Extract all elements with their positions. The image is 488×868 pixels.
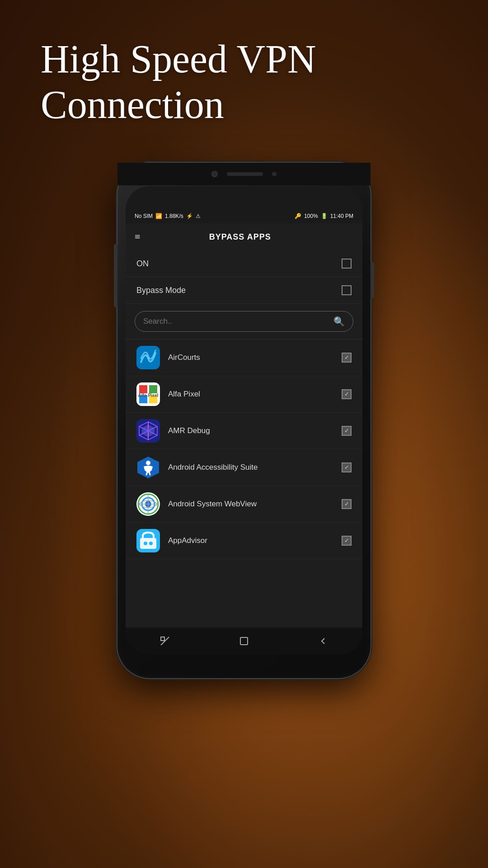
app-icon-appadvisor [136, 529, 160, 552]
app-icon-amrdebug [136, 419, 160, 443]
bypass-mode-row[interactable]: Bypass Mode [126, 277, 362, 304]
earpiece [227, 172, 263, 176]
front-camera [211, 171, 218, 177]
headline-line1: High Speed VPN [41, 37, 316, 81]
app-name-aircourts: AirCourts [168, 353, 333, 362]
content-area: ON Bypass Mode 🔍 [126, 250, 362, 627]
svg-rect-2 [139, 385, 147, 393]
headline: High Speed VPN Connection [41, 36, 316, 127]
search-box[interactable]: 🔍 [135, 311, 353, 332]
svg-rect-24 [140, 538, 156, 549]
app-list: AirCourts ✓ Alfa Pixel [126, 340, 362, 559]
svg-point-26 [149, 542, 153, 545]
on-label: ON [136, 259, 149, 269]
amrdebug-checkbox[interactable]: ✓ [342, 426, 352, 436]
app-bar-title: BYPASS APPS [140, 232, 340, 242]
app-name-accessibility: Android Accessibility Suite [168, 463, 333, 472]
search-container: 🔍 [126, 304, 362, 340]
phone-mockup: No SIM 📶 1.88K/s ⚡ ⚠ 🔑 100% 🔋 11:40 PM ≡… [117, 163, 371, 678]
headline-line2: Connection [41, 83, 224, 127]
list-item[interactable]: Android System WebView ✓ [126, 486, 362, 523]
svg-rect-27 [161, 637, 164, 641]
data-speed: 1.88K/s [165, 213, 183, 219]
nav-recent-button[interactable] [156, 632, 174, 650]
list-item[interactable]: Android Accessibility Suite ✓ [126, 449, 362, 486]
app-name-alfapixel: Alfa Pixel [168, 390, 333, 399]
on-checkbox[interactable] [342, 259, 352, 269]
warning-icon: ⚠ [196, 213, 201, 219]
usb-icon: ⚡ [186, 213, 193, 219]
nav-back-button[interactable] [314, 632, 332, 650]
status-left: No SIM 📶 1.88K/s ⚡ ⚠ [135, 213, 201, 219]
wifi-icon: 📶 [155, 213, 162, 219]
list-item[interactable]: AirCourts ✓ [126, 340, 362, 376]
svg-point-25 [144, 542, 147, 545]
battery-icon: 🔋 [321, 213, 328, 219]
bypass-mode-label: Bypass Mode [136, 286, 186, 295]
aircourts-checkbox[interactable]: ✓ [342, 353, 352, 363]
webview-checkbox[interactable]: ✓ [342, 499, 352, 509]
svg-rect-3 [149, 385, 157, 393]
app-icon-aircourts [136, 346, 160, 369]
list-item[interactable]: AppAdvisor ✓ [126, 523, 362, 559]
on-toggle-row[interactable]: ON [126, 250, 362, 277]
phone-outer: No SIM 📶 1.88K/s ⚡ ⚠ 🔑 100% 🔋 11:40 PM ≡… [117, 163, 371, 678]
time: 11:40 PM [330, 213, 353, 219]
search-icon: 🔍 [333, 316, 345, 327]
bypass-mode-checkbox[interactable] [342, 285, 352, 295]
app-name-amrdebug: AMR Debug [168, 426, 333, 435]
svg-rect-29 [240, 637, 248, 645]
list-item[interactable]: AMR Debug ✓ [126, 413, 362, 449]
list-item[interactable]: Alfa Pixel Alfa Pixel ✓ [126, 376, 362, 413]
appadvisor-checkbox[interactable]: ✓ [342, 536, 352, 546]
front-sensor [272, 172, 277, 176]
app-name-webview: Android System WebView [168, 500, 333, 509]
nav-home-button[interactable] [235, 632, 253, 650]
status-bar: No SIM 📶 1.88K/s ⚡ ⚠ 🔑 100% 🔋 11:40 PM [126, 209, 362, 223]
phone-screen: No SIM 📶 1.88K/s ⚡ ⚠ 🔑 100% 🔋 11:40 PM ≡… [126, 186, 362, 655]
status-right: 🔑 100% 🔋 11:40 PM [295, 213, 353, 219]
sim-status: No SIM [135, 213, 153, 219]
battery-percent: 100% [304, 213, 318, 219]
phone-notch [117, 163, 371, 185]
search-input[interactable] [143, 317, 329, 326]
app-bar: ≡ BYPASS APPS [126, 223, 362, 250]
app-name-appadvisor: AppAdvisor [168, 536, 333, 545]
key-icon: 🔑 [295, 213, 301, 219]
app-icon-alfapixel: Alfa Pixel [136, 382, 160, 406]
app-icon-accessibility [136, 456, 160, 479]
nav-bar [126, 627, 362, 655]
menu-icon[interactable]: ≡ [135, 231, 140, 243]
svg-point-14 [146, 461, 150, 465]
app-icon-webview [136, 492, 160, 516]
alfapixel-checkbox[interactable]: ✓ [342, 389, 352, 399]
svg-text:Alfa Pixel: Alfa Pixel [138, 393, 158, 398]
accessibility-checkbox[interactable]: ✓ [342, 462, 352, 472]
